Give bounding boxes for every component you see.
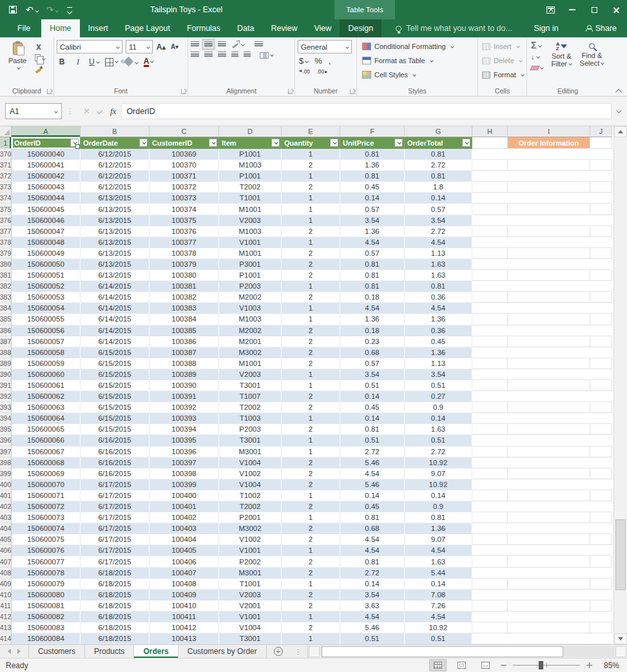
minimize-button[interactable] [561,0,583,19]
cell[interactable]: 6/13/2015 [81,259,150,270]
cell[interactable]: 100409 [150,590,219,600]
cell[interactable]: 3.54 [340,215,405,226]
cell-empty[interactable] [508,380,590,391]
cell[interactable]: 2 [282,501,340,512]
number-format-select[interactable]: General [298,40,352,53]
row-header-389[interactable]: 389 [0,358,12,369]
cell-empty[interactable] [508,501,590,512]
cell[interactable]: 0.81 [340,556,405,567]
cell-empty[interactable] [508,523,590,534]
row-header-378[interactable]: 378 [0,237,12,248]
row-header-373[interactable]: 373 [0,182,12,193]
cell-empty[interactable] [472,424,508,435]
number-dialog-launcher[interactable] [350,89,355,94]
cell[interactable]: V2003 [219,590,282,600]
cell[interactable]: 1 [282,380,340,391]
cell[interactable]: V1002 [219,468,282,479]
cell[interactable]: M1001 [219,204,282,215]
cell[interactable]: 2.72 [405,226,472,237]
table-header-unitprice[interactable]: UnitPrice [340,137,405,149]
cell-empty[interactable] [508,457,590,468]
column-header-h[interactable]: H [472,126,508,137]
cell[interactable]: 4.54 [405,303,472,314]
table-header-customerid[interactable]: CustomerID [150,137,219,149]
cell-empty[interactable] [590,611,612,622]
cell[interactable]: 2 [282,479,340,490]
cell-empty[interactable] [508,226,590,237]
cell[interactable]: 6/17/2015 [81,501,150,512]
cell[interactable]: 1 [282,281,340,292]
row-header-413[interactable]: 413 [0,622,12,633]
cell[interactable]: 100375 [150,215,219,226]
cell[interactable]: 100372 [150,182,219,193]
cell-empty[interactable] [508,579,590,590]
cell[interactable]: 2 [282,248,340,259]
row-header-391[interactable]: 391 [0,380,12,391]
cell-empty[interactable] [472,248,508,259]
cell[interactable]: 0.81 [340,281,405,292]
ribbon-tab-review[interactable]: Review [262,19,305,37]
row-header-382[interactable]: 382 [0,281,12,292]
cell[interactable]: 6/17/2015 [81,512,150,523]
cell[interactable]: 1.63 [405,259,472,270]
filter-button-orderdate[interactable] [139,139,148,147]
align-middle-icon[interactable] [204,41,213,48]
column-header-d[interactable]: D [219,126,282,137]
row-header-405[interactable]: 405 [0,534,12,545]
cell[interactable]: 0.14 [405,193,472,204]
cell[interactable]: 150600077 [12,556,81,567]
column-header-j[interactable]: J [590,126,612,137]
increase-decimal-button[interactable]: ▸.00 [299,68,310,75]
cell-empty[interactable] [508,193,590,204]
scroll-down-button[interactable] [614,633,627,644]
expand-formula-bar-button[interactable] [612,103,624,119]
cell-empty[interactable] [590,446,612,457]
cell[interactable]: 0.51 [405,380,472,391]
row-header-387[interactable]: 387 [0,336,12,347]
cell[interactable]: 6/16/2015 [81,457,150,468]
cell-empty[interactable] [472,358,508,369]
cell[interactable]: P2003 [219,424,282,435]
cell-empty[interactable] [590,622,612,633]
cell[interactable]: 100412 [150,622,219,633]
cell[interactable]: P1001 [219,171,282,182]
cell[interactable]: 6/12/2015 [81,182,150,193]
cell[interactable]: 150600078 [12,568,81,579]
redo-button[interactable]: ↷ [46,4,58,15]
cell[interactable]: 100389 [150,369,219,380]
cell[interactable]: 2 [282,160,340,171]
save-icon[interactable] [9,6,17,14]
cell-empty[interactable] [472,568,508,579]
cell[interactable]: 100369 [150,149,219,160]
filter-button-unitprice[interactable] [394,139,403,147]
row-header-377[interactable]: 377 [0,226,12,237]
cell[interactable]: 2 [282,347,340,358]
cell[interactable]: 6/14/2015 [81,292,150,303]
cell-empty[interactable] [508,171,590,182]
cell-empty[interactable] [590,347,612,358]
cell-empty[interactable] [472,160,508,171]
cell[interactable]: 1 [282,579,340,590]
cell-empty[interactable] [472,556,508,567]
row-header-385[interactable]: 385 [0,314,12,325]
tell-me-box[interactable]: Tell me what you want to do... [396,19,512,37]
cell[interactable]: 150600072 [12,501,81,512]
cell[interactable]: 100388 [150,358,219,369]
column-header-g[interactable]: G [405,126,472,137]
row-header-412[interactable]: 412 [0,611,12,622]
cell[interactable]: 0.81 [405,281,472,292]
cell[interactable]: 6/14/2015 [81,336,150,347]
cell[interactable]: 3.54 [340,369,405,380]
cell[interactable]: 0.18 [340,292,405,303]
cell[interactable]: 1 [282,446,340,457]
cell[interactable]: 3.54 [405,369,472,380]
conditional-formatting-button[interactable]: Conditional Formatting [362,40,475,53]
cell-empty[interactable] [590,237,612,248]
wrap-text-icon[interactable] [255,41,263,48]
cell[interactable]: 100397 [150,457,219,468]
cell[interactable]: 150600055 [12,314,81,325]
alignment-dialog-launcher[interactable] [288,89,293,94]
cell[interactable]: 5.44 [405,568,472,579]
cell[interactable]: 100395 [150,435,219,446]
cell[interactable]: 100377 [150,237,219,248]
